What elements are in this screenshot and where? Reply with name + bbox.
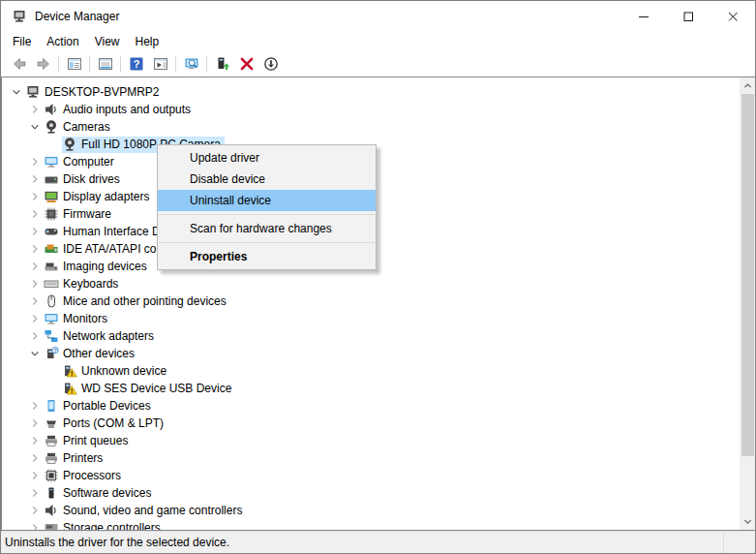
tree-item-desktop-bvpmrp2[interactable]: DESKTOP-BVPMRP2 (2, 83, 740, 101)
tree-item-printers[interactable]: Printers (2, 449, 740, 467)
keyboard-icon (44, 276, 59, 292)
tree-item-content: Ports (COM & LPT) (44, 416, 167, 432)
tree-item-print-queues[interactable]: Print queues (2, 432, 740, 449)
chevron-collapsed-icon[interactable] (25, 189, 44, 204)
tree-item-mice-and-other-pointing-devices[interactable]: Mice and other pointing devices (2, 292, 740, 310)
help-button[interactable]: ? (124, 53, 148, 75)
tree-item-software-devices[interactable]: Software devices (2, 484, 740, 502)
chevron-collapsed-icon[interactable] (25, 102, 44, 117)
tree-item-storage-controllers[interactable]: Storage controllers (2, 519, 740, 530)
chevron-collapsed-icon[interactable] (25, 450, 44, 466)
tb-disable-icon (263, 56, 279, 72)
chevron-collapsed-icon[interactable] (25, 259, 44, 274)
tree-item-processors[interactable]: Processors (2, 467, 740, 484)
scrollbar-down-icon[interactable] (740, 513, 756, 530)
tree-item-content: Network adapters (44, 328, 158, 345)
chevron-collapsed-icon[interactable] (25, 154, 44, 169)
chevron-collapsed-icon[interactable] (25, 520, 44, 530)
tb-forward-icon (36, 56, 51, 72)
tb-action-icon (153, 56, 168, 72)
chevron-collapsed-icon[interactable] (25, 468, 44, 483)
tree-item-label: Portable Devices (63, 399, 155, 413)
monitor-icon (44, 311, 59, 326)
disable-device-button[interactable] (258, 53, 283, 75)
disk-icon (44, 171, 59, 187)
chevron-collapsed-icon[interactable] (25, 503, 44, 518)
tree-item-wd-ses-device-usb-device[interactable]: WD SES Device USB Device (2, 380, 740, 397)
storage-icon (44, 520, 59, 530)
tree-item-unknown-device[interactable]: Unknown device (2, 362, 740, 380)
camera-icon (62, 137, 77, 152)
tree-item-content: Audio inputs and outputs (44, 102, 195, 118)
monitor-icon (44, 154, 59, 169)
maximize-button[interactable] (666, 1, 711, 31)
tb-panes-icon (67, 56, 82, 72)
tree-item-portable-devices[interactable]: Portable Devices (2, 397, 740, 415)
properties-button[interactable] (93, 53, 117, 75)
context-menu-item-properties[interactable]: Properties (158, 246, 376, 267)
tree-item-content: ?Other devices (44, 346, 138, 362)
menu-separator (159, 214, 375, 215)
warning-icon (62, 381, 77, 396)
chevron-collapsed-icon[interactable] (25, 293, 44, 309)
tree-item-label: Keyboards (63, 277, 122, 291)
toolbar: ? (1, 51, 755, 77)
tree-item-label: Network adapters (63, 329, 158, 343)
chevron-collapsed-icon[interactable] (25, 311, 44, 326)
tree-item-sound-video-and-game-controllers[interactable]: Sound, video and game controllers (2, 502, 740, 519)
tree-item-ports-com-lpt[interactable]: Ports (COM & LPT) (2, 415, 740, 432)
menu-file[interactable]: File (5, 33, 39, 50)
scan-for-hardware-changes-button[interactable] (179, 53, 203, 75)
menu-help[interactable]: Help (128, 33, 167, 50)
processor-icon (44, 468, 59, 483)
tree-item-label: Imaging devices (63, 260, 151, 273)
show-action-pane-button[interactable] (148, 53, 172, 75)
context-menu-item-uninstall-device[interactable]: Uninstall device (158, 190, 376, 211)
chevron-collapsed-icon[interactable] (25, 328, 44, 344)
uninstall-device-button[interactable] (234, 53, 258, 75)
menu-view[interactable]: View (87, 33, 128, 50)
chevron-collapsed-icon[interactable] (25, 171, 44, 187)
menu-action[interactable]: Action (39, 33, 86, 50)
context-menu: Update driverDisable deviceUninstall dev… (157, 144, 377, 270)
vertical-scrollbar[interactable] (740, 77, 756, 530)
show-console-tree-button[interactable] (62, 53, 86, 75)
chevron-collapsed-icon[interactable] (25, 276, 44, 292)
chevron-expanded-icon[interactable] (25, 119, 44, 135)
ide-icon (44, 241, 59, 257)
chevron-collapsed-icon[interactable] (25, 241, 44, 257)
chevron-spacer (44, 381, 62, 396)
tree-item-other-devices[interactable]: ?Other devices (2, 345, 740, 362)
chevron-collapsed-icon[interactable] (25, 206, 44, 222)
chevron-collapsed-icon[interactable] (25, 416, 44, 431)
imaging-icon (44, 259, 59, 274)
tree-item-cameras[interactable]: Cameras (2, 118, 740, 136)
scrollbar-thumb[interactable] (741, 94, 754, 456)
tb-help-icon: ? (129, 56, 144, 72)
tb-uninstall-icon (239, 56, 255, 72)
close-button[interactable] (711, 1, 755, 31)
status-text: Uninstalls the driver for the selected d… (1, 532, 755, 549)
svg-text:?: ? (53, 348, 57, 354)
chevron-collapsed-icon[interactable] (25, 433, 44, 448)
update-driver-button[interactable] (210, 53, 234, 75)
tree-item-monitors[interactable]: Monitors (2, 310, 740, 327)
minimize-button[interactable] (621, 1, 666, 31)
forward-button[interactable] (31, 53, 55, 75)
back-button[interactable] (7, 53, 31, 75)
chevron-collapsed-icon[interactable] (25, 398, 44, 414)
tree-item-keyboards[interactable]: Keyboards (2, 275, 740, 292)
chevron-expanded-icon[interactable] (25, 346, 44, 361)
context-menu-item-disable-device[interactable]: Disable device (158, 169, 376, 190)
tree-item-audio-inputs-and-outputs[interactable]: Audio inputs and outputs (2, 101, 740, 118)
tree-item-label: Audio inputs and outputs (63, 103, 195, 116)
tree-item-content: Printers (44, 450, 106, 467)
chevron-collapsed-icon[interactable] (25, 485, 44, 501)
scrollbar-up-icon[interactable] (740, 77, 756, 94)
chevron-collapsed-icon[interactable] (25, 224, 44, 239)
context-menu-item-update-driver[interactable]: Update driver (158, 147, 376, 169)
tree-item-content: Monitors (44, 311, 111, 327)
chevron-expanded-icon[interactable] (7, 84, 25, 100)
context-menu-item-scan-for-hardware-changes[interactable]: Scan for hardware changes (158, 218, 376, 239)
tree-item-network-adapters[interactable]: Network adapters (2, 327, 740, 345)
